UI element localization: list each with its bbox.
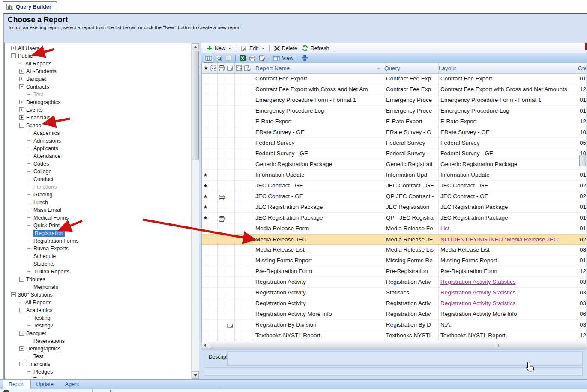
export-excel-button[interactable] [238, 54, 247, 62]
field-chooser-button[interactable] [300, 54, 309, 62]
tree-item-testing2[interactable]: Testing2 [5, 321, 191, 329]
tree-item-pledges[interactable]: Pledges [5, 368, 191, 375]
tree-item-all-reports[interactable]: All Reports [5, 59, 191, 67]
tree-item-memorials[interactable]: Memorials [5, 283, 191, 291]
tree-item-grading[interactable]: Grading [5, 190, 191, 198]
horizontal-scrollbar-thumb[interactable] [210, 342, 587, 349]
tree-item-students[interactable]: Students [5, 260, 191, 267]
tree-item-360-solutions[interactable]: −360° Solutions [5, 291, 191, 298]
tree-item-medical-forms[interactable]: Medical Forms [5, 214, 191, 221]
scroll-up-button[interactable] [192, 43, 199, 50]
report-row[interactable]: Registration ActivityRegistration ActivR… [202, 298, 586, 309]
tree-item-attendance[interactable]: Attendance [5, 152, 191, 160]
column-header-query[interactable]: Query [384, 63, 439, 73]
tree-item-all-users[interactable]: +All Users [5, 44, 191, 52]
description-field[interactable] [227, 351, 583, 366]
print-button[interactable] [248, 54, 257, 62]
tree-item-academics[interactable]: −Academics [5, 306, 191, 314]
tab-report[interactable]: Report [3, 380, 31, 389]
tree-item-applicants[interactable]: Applicants [5, 144, 191, 152]
tree-item-test[interactable]: Test [5, 375, 191, 378]
tree-item-lunch[interactable]: Lunch [5, 198, 191, 206]
column-header-report-name[interactable]: Report Name [252, 63, 384, 73]
layout-link[interactable]: NO IDENTIFYING INFO *Media Release JEC [440, 236, 558, 243]
report-row[interactable]: Textbooks NYSTL ReportTextbooks NYSTLTex… [202, 330, 586, 341]
report-row[interactable]: ★Information UpdateInformation UpdInform… [202, 170, 586, 181]
tab-update[interactable]: Update [31, 380, 60, 389]
mail-merge-button[interactable] [258, 54, 267, 62]
tree-item-test[interactable]: Test [5, 352, 191, 360]
scroll-left-button[interactable] [202, 342, 209, 348]
tree-item-test[interactable]: Test [5, 90, 191, 98]
report-row[interactable]: Emergency Procedure LogEmergency ProceEm… [202, 106, 586, 116]
report-row[interactable]: Missing Forms ReportMissing Forms ReMiss… [202, 255, 586, 266]
edit-dropdown-caret[interactable] [262, 48, 264, 49]
report-row[interactable]: Pre-Registration FormPre-RegistrationPre… [202, 266, 586, 277]
layout-link[interactable]: Registration Activity Statistics [440, 289, 516, 296]
report-row[interactable]: Emergency Procedure Form - Format 1Emerg… [202, 95, 586, 106]
expand-icon[interactable]: + [19, 115, 24, 120]
tree-item-ah-students[interactable]: +AH-Students [5, 67, 191, 75]
collapse-icon[interactable]: − [19, 362, 24, 366]
delete-button[interactable]: Delete [272, 45, 299, 52]
tree-scrollbar-thumb[interactable] [192, 51, 199, 160]
print-preview-button[interactable] [214, 54, 223, 62]
grid-view-button[interactable] [204, 54, 213, 63]
tree-item-registration-forms[interactable]: Registration Forms [5, 237, 191, 244]
layout-link[interactable]: Registration Activity Statistics [440, 279, 516, 285]
column-header-layout[interactable]: Layout [439, 63, 578, 73]
tree-vertical-scrollbar[interactable] [191, 43, 199, 379]
report-row[interactable]: E-Rate ExportE-Rate ExportE-Rate Export1… [202, 116, 586, 127]
column-header-quick-print[interactable] [218, 63, 226, 73]
tree-item-school[interactable]: −School [5, 121, 191, 129]
expand-icon[interactable]: + [19, 100, 24, 104]
report-row[interactable]: Generic Registration PackageGeneric Regi… [202, 159, 586, 170]
tree-item-schedule[interactable]: Schedule [5, 252, 191, 260]
report-row[interactable]: Registration ActivityStatisticsRegistrat… [202, 288, 586, 298]
expand-icon[interactable]: + [19, 107, 24, 112]
tab-query-builder[interactable]: Query Builder [3, 1, 57, 12]
tree-item-tributes[interactable]: −Tributes [5, 275, 191, 283]
tree-item-college[interactable]: College [5, 167, 191, 175]
column-header-schedule[interactable] [243, 63, 252, 73]
collapse-icon[interactable]: − [19, 84, 24, 89]
tree-item-registration[interactable]: Registration [5, 229, 191, 237]
refresh-button[interactable]: Refresh [299, 44, 332, 52]
tree-item-financials[interactable]: −Financials [5, 360, 191, 368]
view-button[interactable]: View [271, 55, 296, 61]
expand-icon[interactable]: + [19, 69, 24, 74]
scroll-down-button[interactable] [192, 371, 199, 379]
tree-item-conduct[interactable]: Conduct [5, 175, 191, 183]
report-row[interactable]: Registration Activity More InfoRegistrat… [202, 309, 586, 320]
tree-item-codes[interactable]: Codes [5, 160, 191, 167]
collapse-icon[interactable]: − [19, 277, 24, 282]
grid-vertical-scrollbar-thumb[interactable] [579, 155, 586, 166]
new-dropdown-caret[interactable] [228, 48, 231, 49]
tree-item-banquet[interactable]: −Banquet [5, 329, 191, 337]
report-row[interactable]: Registration ActivityRegistration ActivR… [202, 277, 586, 288]
tree-item-public[interactable]: −Public [5, 52, 191, 59]
tree-item-all-reports[interactable]: All Reports [5, 298, 191, 306]
tree-item-testing[interactable]: Testing [5, 314, 191, 321]
collapse-icon[interactable]: − [19, 346, 24, 351]
tree-item-demographics[interactable]: +Demographics [5, 98, 191, 106]
tree-item-financials[interactable]: +Financials [5, 113, 191, 121]
column-header-email[interactable] [235, 63, 243, 73]
tree-item-banquet[interactable]: +Banquet [5, 75, 191, 83]
tree-item-events[interactable]: +Events [5, 106, 191, 113]
tree-item-mass-email[interactable]: Mass Email [5, 206, 191, 214]
column-header-preview[interactable] [209, 63, 218, 73]
edit-button[interactable]: Edit [239, 45, 267, 52]
report-row[interactable]: Contract Fee ExportContract Fee ExpContr… [202, 74, 586, 84]
tree-item-contracts[interactable]: −Contracts [5, 83, 191, 90]
tree-item-reservations[interactable]: Reservations [5, 337, 191, 344]
report-row[interactable]: Federal Survey - GEFederal Survey -Feder… [202, 148, 586, 159]
tab-agent[interactable]: Agent [60, 380, 85, 389]
description-secondary-field[interactable] [204, 367, 583, 376]
tree-item-tuition-reports[interactable]: Tuition Reports [5, 267, 191, 275]
tree-item-quick-print[interactable]: Quick Print [5, 221, 191, 229]
column-header-favorite[interactable]: ★ [202, 63, 209, 73]
collapse-icon[interactable]: − [19, 123, 24, 128]
report-row[interactable]: ERate Survey - GEERate Survey - GERate S… [202, 127, 586, 138]
report-row[interactable]: Contract Fee Export with Gross and Net A… [202, 84, 586, 95]
